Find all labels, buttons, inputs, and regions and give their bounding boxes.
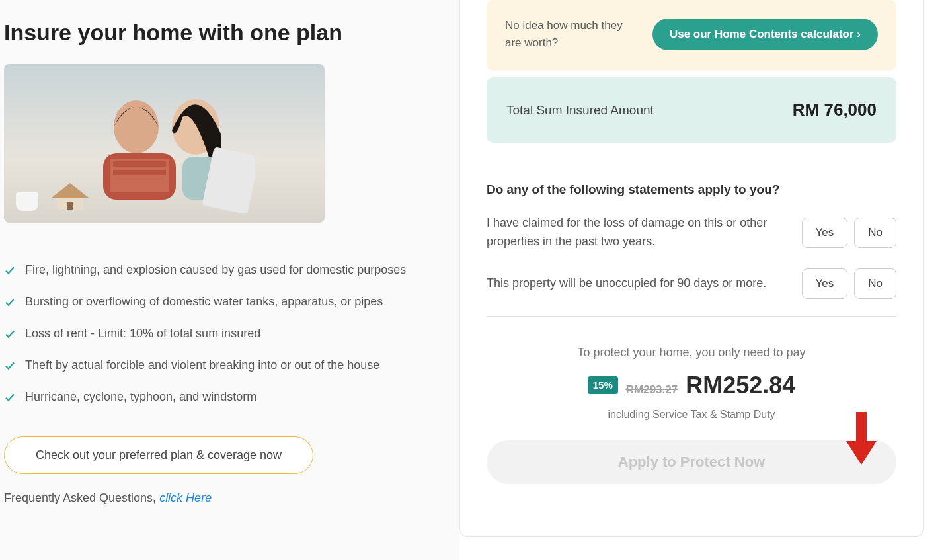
feature-item: Theft by actual forcible and violent bre…: [4, 356, 420, 378]
check-icon: [4, 296, 16, 314]
questions-heading: Do any of the following statements apply…: [487, 182, 896, 197]
discount-badge: 15%: [588, 376, 618, 394]
question-text: This property will be unoccupied for 90 …: [487, 274, 782, 293]
apply-button[interactable]: Apply to Protect Now: [487, 440, 896, 484]
feature-item: Fire, lightning, and explosion caused by…: [4, 261, 420, 282]
calculator-text: No idea how much they are worth?: [505, 17, 637, 51]
faq-line: Frequently Asked Questions, click Here: [4, 491, 420, 505]
check-icon: [4, 327, 16, 346]
payment-heading: To protect your home, you only need to p…: [487, 346, 896, 360]
question-row: This property will be unoccupied for 90 …: [487, 268, 896, 299]
questions-section: Do any of the following statements apply…: [487, 182, 896, 299]
svg-marker-8: [52, 183, 89, 198]
feature-text: Bursting or overflowing of domestic wate…: [25, 293, 383, 311]
check-icon: [4, 359, 16, 378]
svg-rect-4: [113, 161, 166, 167]
check-icon: [4, 391, 16, 409]
total-label: Total Sum Insured Amount: [506, 103, 654, 118]
price-note: including Service Tax & Stamp Duty: [487, 409, 896, 420]
yes-no-group: Yes No: [802, 218, 896, 248]
yes-button[interactable]: Yes: [802, 268, 848, 299]
feature-text: Theft by actual forcible and violent bre…: [25, 356, 379, 375]
feature-item: Hurricane, cyclone, typhoon, and windsto…: [4, 388, 420, 409]
question-text: I have claimed for the loss of damage on…: [487, 214, 782, 251]
no-button[interactable]: No: [854, 218, 896, 248]
feature-text: Hurricane, cyclone, typhoon, and windsto…: [25, 388, 256, 407]
calculator-button[interactable]: Use our Home Contents calculator ›: [652, 19, 878, 50]
page-title: Insure your home with one plan: [4, 20, 420, 46]
check-icon: [4, 264, 16, 282]
right-column: No idea how much they are worth? Use our…: [459, 0, 946, 560]
svg-rect-5: [113, 170, 166, 175]
old-price: RM293.27: [626, 383, 678, 397]
svg-point-0: [114, 100, 159, 153]
faq-link[interactable]: click Here: [159, 491, 212, 504]
left-column: Insure your home with one plan: [0, 0, 459, 560]
payment-section: To protect your home, you only need to p…: [487, 346, 896, 420]
new-price: RM252.84: [686, 372, 795, 399]
total-sum-box: Total Sum Insured Amount RM 76,000: [487, 77, 896, 143]
price-row: 15% RM293.27 RM252.84: [487, 372, 896, 399]
feature-text: Loss of rent - Limit: 10% of total sum i…: [25, 325, 260, 343]
feature-item: Loss of rent - Limit: 10% of total sum i…: [4, 325, 420, 346]
feature-item: Bursting or overflowing of domestic wate…: [4, 293, 420, 314]
yes-button[interactable]: Yes: [802, 218, 848, 248]
total-amount: RM 76,000: [793, 100, 877, 120]
yes-no-group: Yes No: [802, 268, 896, 299]
hero-image: [4, 64, 325, 223]
check-plan-button[interactable]: Check out your preferred plan & coverage…: [4, 436, 313, 474]
svg-rect-10: [67, 202, 73, 210]
quote-card: No idea how much they are worth? Use our…: [459, 0, 924, 537]
question-row: I have claimed for the loss of damage on…: [487, 214, 896, 251]
faq-prefix: Frequently Asked Questions,: [4, 491, 159, 504]
calculator-prompt: No idea how much they are worth? Use our…: [487, 0, 896, 71]
feature-text: Fire, lightning, and explosion caused by…: [25, 261, 406, 280]
features-list: Fire, lightning, and explosion caused by…: [4, 261, 420, 409]
no-button[interactable]: No: [854, 268, 896, 299]
divider: [487, 316, 896, 317]
